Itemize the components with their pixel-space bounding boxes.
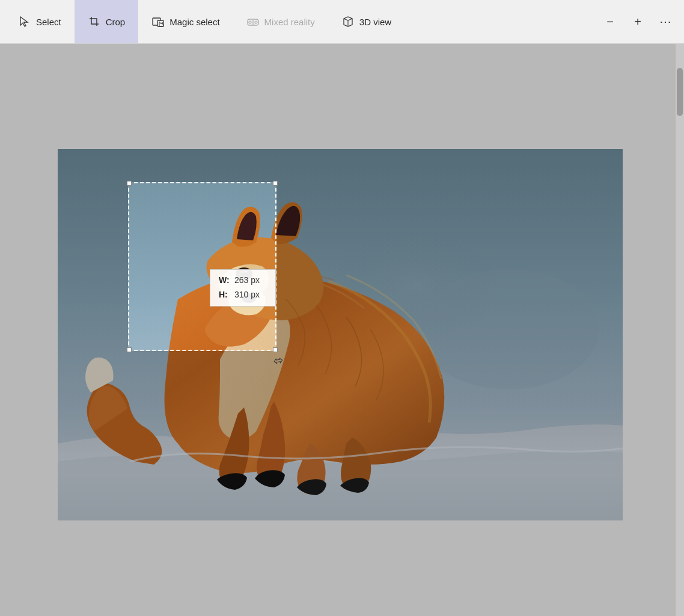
scrollbar-vertical[interactable] [676, 44, 684, 616]
image-canvas[interactable]: W: 263 px H: 310 px ⬄ [58, 149, 623, 520]
crop-icon [88, 15, 101, 28]
magic-select-label: Magic select [169, 17, 219, 27]
mixed-reality-icon [246, 15, 260, 28]
toolbar-item-mixed-reality[interactable]: Mixed reality [233, 0, 328, 43]
scrollbar-thumb[interactable] [677, 68, 683, 116]
crop-overlay-left [58, 182, 128, 351]
height-label: H: [219, 288, 230, 302]
width-row: W: 263 px [219, 273, 267, 288]
select-icon [18, 15, 31, 28]
dimension-tooltip: W: 263 px H: 310 px [210, 269, 276, 306]
svg-point-3 [249, 21, 251, 23]
more-button[interactable]: ⋯ [652, 8, 679, 35]
toolbar-item-select[interactable]: Select [5, 0, 75, 43]
maximize-icon: + [634, 15, 641, 29]
3d-view-icon [341, 15, 355, 28]
width-value: 263 px [234, 273, 260, 288]
select-label: Select [36, 17, 61, 27]
width-label: W: [219, 273, 230, 288]
fox-image: W: 263 px H: 310 px ⬄ [58, 149, 623, 520]
crop-overlay-right [276, 182, 623, 351]
crop-overlay-top [58, 149, 623, 182]
toolbar-item-crop[interactable]: Crop [75, 0, 139, 43]
more-icon: ⋯ [659, 14, 671, 29]
magic-select-icon [151, 15, 165, 28]
crop-overlay-bottom [58, 351, 623, 520]
canvas-area: W: 263 px H: 310 px ⬄ [0, 44, 684, 616]
mixed-reality-label: Mixed reality [264, 17, 315, 27]
height-value: 310 px [234, 288, 260, 302]
toolbar-right-actions: − + ⋯ [596, 8, 679, 35]
minimize-button[interactable]: − [596, 8, 624, 35]
toolbar-item-magic-select[interactable]: Magic select [138, 0, 233, 43]
maximize-button[interactable]: + [624, 8, 652, 35]
3d-view-label: 3D view [359, 17, 391, 27]
minimize-icon: − [606, 15, 614, 29]
toolbar-item-3d-view[interactable]: 3D view [328, 0, 405, 43]
height-row: H: 310 px [219, 288, 267, 302]
toolbar: Select Crop Magic select [0, 0, 684, 44]
crop-label: Crop [106, 17, 126, 27]
svg-point-4 [255, 21, 257, 23]
